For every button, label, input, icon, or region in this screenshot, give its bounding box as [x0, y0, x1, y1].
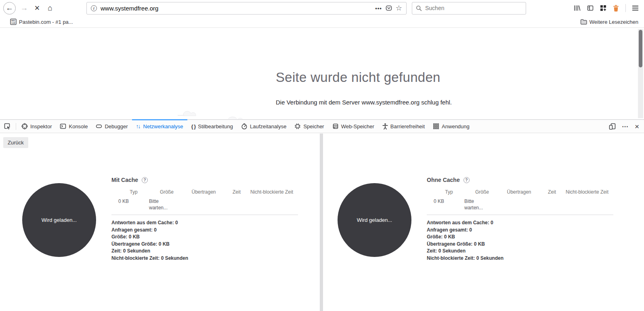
tab-label: Netzwerkanalyse	[143, 123, 183, 129]
stat-line: Größe: 0 KB	[427, 234, 613, 241]
tab-konsole[interactable]: Konsole	[56, 120, 92, 133]
folder-icon	[580, 19, 587, 25]
col-uebertragen: Übertragen	[185, 189, 223, 195]
tab-web-speicher[interactable]: Web-Speicher	[328, 120, 378, 133]
help-icon[interactable]: ?	[142, 177, 148, 183]
pane-divider[interactable]	[320, 134, 323, 311]
tab-anwendung[interactable]: Anwendung	[429, 120, 474, 133]
back-button[interactable]: ←	[3, 2, 16, 15]
site-info-icon[interactable]: i	[91, 5, 97, 11]
stat-line: Zeit: 0 Sekunden	[427, 248, 613, 255]
tab-label: Anwendung	[442, 123, 470, 129]
devtools-close-icon[interactable]: ×	[635, 123, 639, 130]
devtools-panel: Inspektor Konsole Debugger ↑↓ Netzwerkan…	[0, 119, 644, 311]
pick-element-button[interactable]	[0, 120, 15, 133]
help-icon[interactable]: ?	[464, 177, 470, 183]
bookmark-item[interactable]: 001110 Pastebin.com - #1 pa...	[10, 19, 73, 25]
col-groesse: Größe	[149, 189, 185, 195]
stat-line: Antworten aus dem Cache: 0	[111, 219, 298, 227]
tab-label: Barrierefreiheit	[390, 123, 425, 129]
performance-icon	[241, 123, 248, 129]
summary-stats: Antworten aus dem Cache: 0 Anfragen gesa…	[111, 219, 298, 262]
inspector-icon	[21, 123, 28, 129]
tab-label: Debugger	[105, 123, 128, 129]
page-actions-icon[interactable]: •••	[375, 5, 382, 11]
row-status: Bitte warten...	[149, 198, 170, 211]
col-typ: Typ	[434, 189, 464, 195]
menu-icon[interactable]	[632, 6, 638, 10]
stat-line: Antworten aus dem Cache: 0	[427, 219, 613, 227]
trash-extension-icon[interactable]	[613, 5, 619, 12]
url-bar[interactable]: i www.systemdfree.org ••• ☆	[86, 2, 407, 15]
col-zeit: Zeit	[538, 189, 566, 195]
table-row: 0 KB Bitte warten...	[427, 198, 613, 211]
pane-ohne-cache: Wird geladen... Ohne Cache ? Typ Größe Ü…	[323, 134, 644, 311]
stat-line: Übertragene Größe: 0 KB	[111, 241, 298, 248]
stat-line: Anfragen gesamt: 0	[111, 227, 298, 234]
stat-line: Übertragene Größe: 0 KB	[427, 241, 613, 248]
url-text[interactable]: www.systemdfree.org	[101, 5, 371, 12]
search-input[interactable]	[425, 5, 522, 11]
devtools-menu-icon[interactable]: ⋯	[622, 123, 629, 130]
tab-label: Konsole	[69, 123, 88, 129]
forward-button[interactable]: →	[18, 2, 31, 15]
search-bar[interactable]	[412, 2, 526, 15]
tab-label: Laufzeitanalyse	[250, 123, 286, 129]
pane-mit-cache: Zurück Wird geladen... Mit Cache ? Typ G…	[0, 134, 320, 311]
table-row: 0 KB Bitte warten...	[111, 198, 298, 211]
panel-title: Mit Cache	[111, 177, 138, 183]
table-divider	[427, 215, 613, 215]
tab-inspektor[interactable]: Inspektor	[17, 120, 56, 133]
error-message: Die Verbindung mit dem Server www.system…	[276, 99, 452, 106]
col-nicht-blockierte-zeit: Nicht-blockierte Zeit	[250, 189, 298, 195]
col-zeit: Zeit	[223, 189, 250, 195]
col-uebertragen: Übertragen	[500, 189, 538, 195]
table-header-row: Typ Größe Übertragen Zeit Nicht-blockier…	[111, 189, 298, 195]
debugger-icon	[96, 123, 102, 129]
storage-icon	[332, 123, 339, 129]
stat-line: Nicht-blockierte Zeit: 0 Sekunden	[427, 255, 613, 262]
devtools-back-button[interactable]: Zurück	[3, 137, 28, 148]
col-nicht-blockierte-zeit: Nicht-blockierte Zeit	[566, 189, 613, 195]
library-icon[interactable]	[574, 5, 581, 11]
console-icon	[60, 123, 66, 129]
toolbar-right-icons	[574, 4, 641, 12]
tab-label: Stilbearbeitung	[198, 123, 233, 129]
memory-icon	[294, 123, 301, 129]
cache-table: Mit Cache ? Typ Größe Übertragen Zeit Ni…	[111, 177, 298, 262]
tab-netzwerkanalyse[interactable]: ↑↓ Netzwerkanalyse	[132, 120, 187, 133]
row-size: 0 KB	[118, 198, 149, 211]
tab-barrierefreiheit[interactable]: Barrierefreiheit	[378, 120, 429, 133]
table-header-row: Typ Größe Übertragen Zeit Nicht-blockier…	[427, 189, 613, 195]
pocket-icon[interactable]	[386, 5, 392, 11]
search-icon	[416, 5, 422, 11]
tab-stilbearbeitung[interactable]: { } Stilbearbeitung	[187, 120, 237, 133]
devtools-toolbar-right: ⋯ ×	[609, 123, 644, 130]
tab-speicher[interactable]: Speicher	[290, 120, 328, 133]
more-bookmarks-button[interactable]: Weitere Lesezeichen	[580, 19, 638, 25]
tab-label: Inspektor	[30, 123, 52, 129]
scrollbar-thumb[interactable]	[639, 30, 642, 67]
bookmark-label: Pastebin.com - #1 pa...	[19, 19, 73, 25]
tabbar-separator	[16, 123, 16, 130]
page-scrollbar[interactable]	[638, 29, 643, 118]
back-icon: ←	[6, 4, 13, 13]
home-button[interactable]: ⌂	[44, 2, 57, 15]
row-status: Bitte warten...	[464, 198, 485, 211]
page-content: Seite wurde nicht gefunden Die Verbindun…	[0, 28, 644, 119]
stop-icon: ×	[35, 3, 40, 13]
stop-button[interactable]: ×	[31, 2, 44, 15]
tab-debugger[interactable]: Debugger	[92, 120, 132, 133]
responsive-mode-icon[interactable]	[609, 123, 616, 130]
col-typ: Typ	[118, 189, 149, 195]
extension-squares-icon[interactable]	[600, 5, 606, 11]
bookmarks-bar: 001110 Pastebin.com - #1 pa... Weitere L…	[0, 16, 644, 28]
tab-laufzeitanalyse[interactable]: Laufzeitanalyse	[237, 120, 290, 133]
pastebin-favicon: 001110	[10, 19, 17, 25]
error-title: Seite wurde nicht gefunden	[276, 70, 441, 85]
network-icon: ↑↓	[136, 123, 140, 129]
sidebar-icon[interactable]	[587, 5, 594, 11]
loading-label: Wird geladen...	[42, 217, 77, 223]
tab-label: Speicher	[303, 123, 324, 129]
bookmark-star-icon[interactable]: ☆	[396, 4, 402, 13]
